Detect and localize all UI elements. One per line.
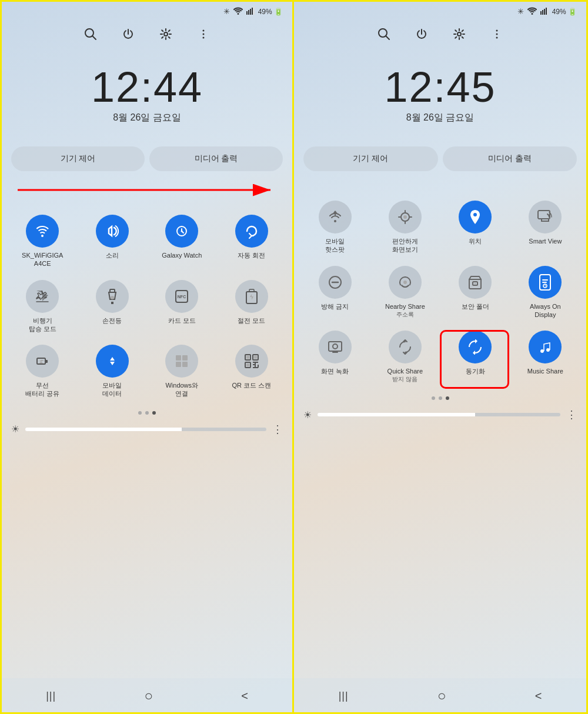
bluetooth-icon-right: ✳ bbox=[517, 7, 524, 16]
galaxywatch-tile-label: Galaxy Watch bbox=[162, 251, 202, 259]
svg-rect-23 bbox=[176, 355, 181, 361]
tile-qr[interactable]: QR 코드 스캔 bbox=[217, 339, 287, 404]
svg-rect-30 bbox=[246, 356, 249, 359]
tile-windows[interactable]: Windows와연결 bbox=[147, 339, 217, 404]
svg-rect-32 bbox=[246, 363, 249, 366]
settings-icon-left[interactable] bbox=[155, 24, 176, 45]
brightness-icon-left: ☀ bbox=[11, 423, 19, 435]
eyecomfort-tile-label: 편안하게화면보기 bbox=[392, 237, 418, 254]
tiles-grid-right: 모바일핫스팟 편안하게화면보기 위치 Smart View 방해 금지 bbox=[294, 195, 586, 389]
tile-autorotate[interactable]: 자동 회전 bbox=[217, 209, 287, 274]
tile-eyecomfort[interactable]: 편안하게화면보기 bbox=[370, 195, 440, 260]
tile-airplane[interactable]: 비행기탑승 모드 bbox=[8, 274, 78, 339]
dot-2-right bbox=[439, 396, 442, 400]
galaxywatch-tile-icon bbox=[165, 215, 198, 248]
recents-btn-left[interactable]: ||| bbox=[34, 688, 68, 705]
svg-point-9 bbox=[203, 34, 205, 35]
svg-rect-39 bbox=[542, 10, 543, 15]
svg-rect-20 bbox=[249, 289, 254, 292]
wireless-battery-tile-label: 무선배터리 공유 bbox=[25, 381, 59, 398]
svg-point-48 bbox=[496, 37, 497, 39]
settings-icon-right[interactable] bbox=[449, 24, 470, 45]
home-btn-right[interactable]: ○ bbox=[426, 685, 458, 706]
wifi-icon-right bbox=[527, 6, 537, 16]
power-icon-right[interactable] bbox=[411, 24, 432, 45]
tile-dnd[interactable]: 방해 금지 bbox=[300, 260, 370, 325]
clock-time-left: 12:44 bbox=[2, 66, 292, 108]
power-icon-left[interactable] bbox=[118, 24, 139, 45]
autorotate-tile-icon bbox=[235, 215, 268, 248]
sound-tile-icon bbox=[96, 215, 129, 248]
tile-smartview[interactable]: Smart View bbox=[510, 195, 580, 260]
tile-screenrecord[interactable]: 화면 녹화 bbox=[300, 325, 370, 389]
brightness-bar-left[interactable] bbox=[25, 428, 266, 431]
more-icon-right[interactable] bbox=[486, 24, 507, 45]
brightness-more-right[interactable]: ⋮ bbox=[566, 408, 577, 421]
back-btn-left[interactable]: < bbox=[229, 687, 260, 705]
wifi-tile-icon bbox=[26, 215, 59, 248]
tile-sound[interactable]: 소리 bbox=[78, 209, 148, 274]
qr-tile-icon bbox=[235, 345, 268, 378]
tile-location[interactable]: 위치 bbox=[440, 195, 510, 260]
svg-point-51 bbox=[403, 215, 407, 219]
aod-tile-icon bbox=[529, 266, 562, 299]
signal-icon-left bbox=[246, 6, 255, 16]
device-control-btn-left[interactable]: 기기 제어 bbox=[11, 146, 145, 171]
svg-point-60 bbox=[403, 281, 407, 284]
location-tile-label: 위치 bbox=[469, 237, 482, 245]
mobiledata-tile-icon bbox=[96, 345, 129, 378]
screenrecord-tile-label: 화면 녹화 bbox=[321, 367, 349, 375]
tile-wifi[interactable]: SK_WiFiGIGAA4CE bbox=[8, 209, 78, 274]
aod-tile-label: Always OnDisplay bbox=[530, 302, 561, 319]
airplane-tile-icon bbox=[26, 280, 59, 313]
tile-musicshare[interactable]: Music Share bbox=[510, 325, 580, 389]
svg-line-6 bbox=[92, 36, 96, 39]
svg-line-44 bbox=[386, 36, 389, 39]
svg-rect-4 bbox=[253, 6, 255, 15]
home-btn-left[interactable]: ○ bbox=[132, 685, 165, 706]
dot-1-right bbox=[432, 396, 435, 400]
clock-time-right: 12:45 bbox=[294, 66, 586, 108]
device-media-row-right: 기기 제어 미디어 출력 bbox=[303, 146, 577, 171]
quickshare-tile-label: Quick Share bbox=[387, 367, 423, 375]
nearbyshare-tile-icon bbox=[389, 266, 422, 299]
tile-sync[interactable]: 동기화 bbox=[440, 325, 510, 389]
tile-hotspot[interactable]: 모바일핫스팟 bbox=[300, 195, 370, 260]
bluetooth-icon-left: ✳ bbox=[223, 7, 230, 16]
tile-aod[interactable]: Always OnDisplay bbox=[510, 260, 580, 325]
tile-nfc[interactable]: NFC 카드 모드 bbox=[147, 274, 217, 339]
nfc-tile-icon: NFC bbox=[165, 280, 198, 313]
clock-date-left: 8월 26일 금요일 bbox=[2, 112, 292, 124]
svg-rect-2 bbox=[250, 9, 251, 15]
svg-rect-3 bbox=[252, 8, 253, 15]
flashlight-tile-icon bbox=[96, 280, 129, 313]
svg-rect-67 bbox=[329, 342, 342, 351]
brightness-bar-right[interactable] bbox=[318, 413, 560, 416]
svg-point-46 bbox=[496, 30, 497, 32]
media-output-btn-left[interactable]: 미디어 출력 bbox=[149, 146, 283, 171]
tile-flashlight[interactable]: 손전등 bbox=[78, 274, 148, 339]
brightness-more-left[interactable]: ⋮ bbox=[272, 423, 283, 436]
tile-quickshare[interactable]: Quick Share 받지 않음 bbox=[370, 325, 440, 389]
tile-galaxywatch[interactable]: Galaxy Watch bbox=[147, 209, 217, 274]
recents-btn-right[interactable]: ||| bbox=[327, 688, 360, 705]
more-icon-left[interactable] bbox=[193, 24, 214, 45]
bottom-nav-right: ||| ○ < bbox=[294, 678, 586, 714]
svg-rect-42 bbox=[547, 6, 549, 15]
back-btn-right[interactable]: < bbox=[523, 687, 554, 705]
device-control-btn-right[interactable]: 기기 제어 bbox=[303, 146, 438, 171]
media-output-btn-right[interactable]: 미디어 출력 bbox=[443, 146, 577, 171]
tile-mobiledata[interactable]: 모바일데이터 bbox=[78, 339, 148, 404]
tile-nearbyshare[interactable]: Nearby Share 주소록 bbox=[370, 260, 440, 325]
device-media-row-left: 기기 제어 미디어 출력 bbox=[11, 146, 283, 171]
tile-securefolder[interactable]: 보안 폴더 bbox=[440, 260, 510, 325]
screenrecord-tile-icon bbox=[319, 331, 352, 363]
musicshare-tile-label: Music Share bbox=[527, 367, 563, 375]
hotspot-tile-label: 모바일핫스팟 bbox=[325, 237, 345, 254]
search-icon-right[interactable] bbox=[373, 24, 395, 45]
tile-powersave[interactable]: 절전 모드 bbox=[217, 274, 287, 339]
search-icon-left[interactable] bbox=[80, 24, 101, 45]
svg-point-49 bbox=[334, 220, 336, 222]
svg-point-47 bbox=[496, 34, 497, 35]
tile-wireless-battery[interactable]: 무선배터리 공유 bbox=[8, 339, 78, 404]
